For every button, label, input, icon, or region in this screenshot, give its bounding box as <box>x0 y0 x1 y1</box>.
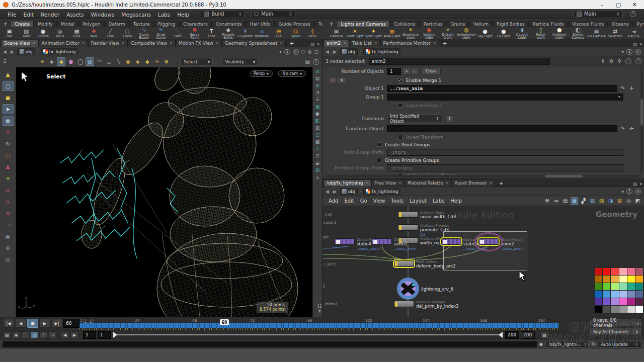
color-swatch[interactable] <box>635 268 643 275</box>
caret-icon[interactable]: ▾ <box>639 42 642 47</box>
viewport-tool-icon[interactable]: ⊂ <box>3 208 14 218</box>
playbar-option-icon[interactable]: ◈ <box>12 331 20 339</box>
shelf-tool[interactable]: ●Sphere <box>35 29 51 38</box>
shelf-tool[interactable]: ⋱Path <box>170 29 186 38</box>
pane-tab[interactable]: Tree View✕ <box>371 179 405 187</box>
network-node[interactable]: Attribute Noise noise_width_Cd3 <box>398 211 456 220</box>
scene-tool-icon[interactable]: ◯ <box>76 57 85 66</box>
display-option-icon[interactable]: ⊙ <box>315 146 319 151</box>
keys-summary-dropdown[interactable]: 0 keys, 0/0 channels▴ <box>590 319 642 327</box>
pane-tab[interactable]: Render View✕ <box>88 40 128 47</box>
viewport-tool-icon[interactable]: ◱ <box>3 150 14 160</box>
network-toolbar-icon[interactable]: ▤ <box>561 197 569 205</box>
select-mode-dropdown[interactable]: Select▾ <box>181 58 213 65</box>
shelf-tab[interactable]: Rigid Bodies <box>493 21 529 27</box>
menu-item[interactable]: Tools <box>388 198 407 204</box>
close-tab-icon[interactable]: ✕ <box>433 41 436 45</box>
network-toolbar-icon[interactable]: ▨ <box>598 197 605 205</box>
node-badge[interactable] <box>394 260 414 267</box>
color-swatch[interactable] <box>619 276 627 283</box>
viewport-tool-icon[interactable]: ✳ <box>3 173 14 184</box>
transform-object-field[interactable] <box>387 125 617 132</box>
color-swatch[interactable] <box>619 283 627 290</box>
pane-tab[interactable]: Animation Editor✕ <box>39 40 88 47</box>
close-tab-icon[interactable]: ✕ <box>170 41 173 45</box>
path-node-chip[interactable]: fx_lightning <box>41 48 78 55</box>
invert-transform-checkbox[interactable] <box>398 135 403 139</box>
help-icon[interactable]: ? <box>630 11 636 17</box>
range-end-field[interactable]: 200 <box>521 331 535 339</box>
shelf-tool[interactable]: ◎Torus <box>51 29 68 38</box>
close-tab-icon[interactable]: ✕ <box>33 41 36 45</box>
color-swatch[interactable] <box>595 291 602 298</box>
maximize-button[interactable]: ▢ <box>612 2 625 8</box>
scene-tool-icon[interactable]: ● <box>66 57 75 66</box>
pane-menu-icon[interactable]: ▤ <box>633 182 637 187</box>
pin-icon[interactable]: ◎ <box>293 49 299 55</box>
go-start-button[interactable]: |◀ <box>3 319 14 328</box>
close-tab-icon[interactable]: ✕ <box>216 41 219 45</box>
playbar-option-icon[interactable]: ▤ <box>3 331 11 339</box>
range-right-handle[interactable] <box>499 332 503 338</box>
help-icon[interactable]: ? <box>313 59 319 65</box>
viewport-tool-icon[interactable]: ▲ <box>3 69 14 79</box>
color-swatch[interactable] <box>627 276 635 283</box>
pane-tab[interactable]: anim2✕ <box>324 40 349 47</box>
playback-start-field[interactable]: 1 <box>98 331 111 339</box>
reorder-button[interactable]: ⇕ <box>338 77 346 84</box>
frame-range-bar[interactable] <box>79 323 558 328</box>
viewport-tool-icon[interactable]: ◻ <box>3 81 14 91</box>
prev-key-button[interactable]: ◀ <box>61 331 69 339</box>
link-badge-icon[interactable]: 1 <box>626 189 632 195</box>
color-swatch[interactable] <box>595 283 602 290</box>
shelf-tab[interactable]: Polygon <box>78 21 104 27</box>
color-swatch[interactable] <box>619 298 627 305</box>
scene-tool-icon[interactable]: ✛ <box>152 57 161 66</box>
network-toolbar-icon[interactable]: ◎ <box>625 197 632 205</box>
pane-tab[interactable]: Motion FX View✕ <box>176 40 222 47</box>
desktop-main-select[interactable]: Main⇕ <box>574 10 623 18</box>
shelf-tab[interactable]: Modify <box>34 21 57 27</box>
range-start-field[interactable]: 1 <box>83 331 96 339</box>
display-option-icon[interactable]: ☰ <box>315 97 319 102</box>
menu-item[interactable]: Labs <box>154 11 174 19</box>
display-option-icon[interactable]: ▧ <box>315 167 320 172</box>
network-node[interactable]: Attribute Wrangle del_prim_by_index3 <box>394 301 458 310</box>
shelf-tool[interactable]: ●Sky Light <box>476 29 495 38</box>
point-group-prefix-field[interactable]: _ptgrp_ <box>387 149 623 156</box>
desktop-build-select[interactable]: Build⇕ <box>201 10 245 18</box>
pane-menu-icon[interactable]: ▤ <box>310 42 315 47</box>
shelf-tool[interactable]: ▣VR Camera <box>587 29 606 38</box>
viewport-tool-icon[interactable]: ✛ <box>3 127 14 137</box>
shelf-tool[interactable]: ✦Spot Light <box>364 29 383 38</box>
pane-tab[interactable]: Material Palette✕ <box>405 179 451 187</box>
create-point-groups-checkbox[interactable] <box>377 142 381 147</box>
back-icon[interactable]: ◀ <box>325 49 330 54</box>
menu-item[interactable]: Edit <box>20 11 37 19</box>
number-of-objects-field[interactable]: 1 <box>387 68 401 75</box>
color-swatch[interactable] <box>595 276 602 283</box>
remove-instance-button[interactable]: ✕ <box>329 77 337 84</box>
network-toolbar-icon[interactable]: ◩ <box>634 197 641 205</box>
color-swatch[interactable] <box>603 283 610 290</box>
close-button[interactable]: ✕ <box>628 2 641 8</box>
shelf-tool[interactable]: ◉Volume Light <box>420 27 439 39</box>
network-toolbar-icon[interactable]: ▥ <box>616 197 623 205</box>
shelf-tool[interactable]: ↟L-System <box>237 29 254 38</box>
shelf-tool[interactable]: ▦Grid <box>68 29 85 38</box>
pane-tab[interactable]: Performance Monitor✕ <box>380 40 439 47</box>
color-swatch[interactable] <box>595 268 602 275</box>
forward-icon[interactable]: ▶ <box>10 49 15 54</box>
color-swatch[interactable] <box>603 298 610 305</box>
scene-tool-icon[interactable]: ◡ <box>105 57 113 66</box>
pane-menu-icon[interactable]: ▤ <box>633 42 637 47</box>
shelf-tool[interactable]: ◆Platonic Solids <box>220 27 236 39</box>
color-swatch[interactable] <box>635 291 643 298</box>
back-icon[interactable]: ◀ <box>2 49 8 54</box>
create-prim-groups-checkbox[interactable] <box>377 158 381 162</box>
playbar-option-icon[interactable]: ◷ <box>30 331 38 339</box>
decrement-button[interactable]: – <box>410 68 418 75</box>
shelf-tab[interactable]: Viscous Fluids <box>568 21 608 27</box>
shelf-tool[interactable]: ▣Camera <box>327 29 346 38</box>
range-slider[interactable] <box>114 334 502 335</box>
